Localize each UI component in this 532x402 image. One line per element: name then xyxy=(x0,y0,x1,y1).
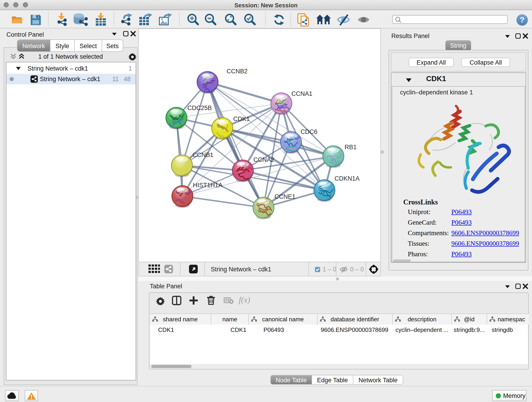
svg-text:HIST1H1A: HIST1H1A xyxy=(193,182,222,189)
svg-text:CCNE1: CCNE1 xyxy=(274,193,296,200)
svg-text:RB1: RB1 xyxy=(345,144,357,151)
svg-text:CCNA1: CCNA1 xyxy=(291,90,312,97)
svg-text:CDC6: CDC6 xyxy=(301,128,317,135)
svg-text:CDKN1A: CDKN1A xyxy=(335,175,360,182)
svg-text:CCNB1: CCNB1 xyxy=(192,152,214,158)
svg-text:CDC25B: CDC25B xyxy=(187,104,212,111)
svg-text:CCNB2: CCNB2 xyxy=(227,68,248,75)
svg-text:CCNA2: CCNA2 xyxy=(253,156,274,163)
svg-text:CDK1: CDK1 xyxy=(233,115,250,122)
